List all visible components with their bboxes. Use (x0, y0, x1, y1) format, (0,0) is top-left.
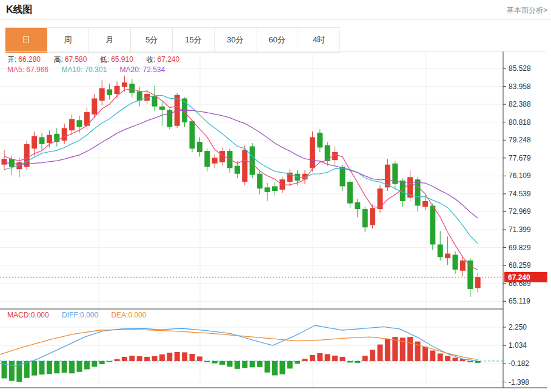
tab-month[interactable]: 月 (89, 28, 131, 53)
tab-week[interactable]: 周 (47, 28, 89, 53)
macd-histogram-bar (122, 357, 127, 361)
macd-histogram-bar (137, 356, 142, 361)
macd-value: MACD:0.000 (7, 311, 49, 319)
macd-histogram-bar (32, 361, 37, 376)
candle-body (453, 254, 458, 269)
macd-histogram-bar (317, 353, 322, 361)
macd-histogram-bar (407, 337, 413, 361)
macd-histogram-bar (24, 361, 30, 378)
price-axis-label: 77.679 (509, 154, 531, 162)
macd-histogram-bar (347, 361, 353, 362)
candle-body (242, 150, 247, 182)
close-label: 收: (146, 55, 155, 64)
macd-axis-label: 2.250 (509, 323, 527, 331)
ma10-legend: MA10: 70.301 (61, 65, 107, 74)
price-axis-label: 74.539 (509, 190, 531, 198)
macd-histogram-bar (144, 357, 150, 361)
candle-body (152, 96, 158, 107)
candle-body (250, 147, 255, 175)
macd-histogram-bar (453, 357, 458, 360)
tab-15min[interactable]: 15分 (173, 28, 215, 53)
candle-body (122, 82, 127, 87)
candle-body (197, 142, 202, 152)
macd-histogram-bar (69, 361, 75, 373)
candle-body (77, 120, 82, 127)
candle-body (107, 89, 112, 95)
macd-histogram-bar (84, 361, 90, 370)
current-price-marker-label: 67.240 (508, 273, 530, 282)
macd-histogram-bar (242, 361, 247, 368)
candle-body (310, 138, 315, 168)
candle-body (317, 133, 322, 147)
macd-histogram-bar (219, 361, 225, 365)
page-title: K线图 (6, 4, 33, 16)
tab-4hour[interactable]: 4时 (298, 28, 340, 53)
candle-body (159, 107, 165, 110)
open-label: 开: (7, 55, 16, 64)
macd-histogram-bar (467, 361, 473, 362)
macd-histogram-bar (54, 361, 59, 373)
macd-histogram-bar (39, 361, 45, 374)
price-axis-label: 79.248 (509, 136, 531, 144)
candle-body (39, 138, 45, 144)
price-axis-label: 76.109 (509, 171, 531, 180)
price-axis-label: 71.399 (509, 225, 531, 234)
macd-histogram-bar (378, 345, 383, 361)
macd-histogram-bar (227, 361, 233, 367)
candle-body (422, 201, 428, 207)
candle-body (115, 86, 120, 94)
macd-histogram-bar (475, 361, 481, 363)
macd-histogram-bar (115, 359, 120, 361)
candle-body (355, 202, 360, 209)
macd-histogram-bar (438, 353, 443, 360)
candle-body (2, 159, 7, 164)
candle-body (257, 174, 262, 188)
candle-body (378, 188, 383, 209)
macd-histogram-bar (250, 361, 255, 367)
candle-body (272, 186, 278, 191)
tab-5min[interactable]: 5分 (131, 28, 173, 53)
tab-60min[interactable]: 60分 (256, 28, 298, 53)
kline-macd-chart-canvas[interactable]: 85.52883.95882.38880.81879.24877.67976.1… (0, 51, 551, 392)
ma20-legend: MA20: 72.534 (119, 65, 165, 74)
macd-histogram-bar (422, 347, 428, 361)
fundamental-analysis-link[interactable]: 基本面分析> (507, 5, 547, 16)
candle-body (99, 88, 105, 101)
price-axis-label: 72.969 (509, 207, 531, 216)
tab-day[interactable]: 日 (5, 28, 47, 53)
candle-body (438, 245, 443, 257)
candle-body (9, 159, 15, 167)
diff-value: DIFF:0.000 (62, 311, 98, 319)
macd-histogram-bar (152, 356, 158, 361)
candle-body (47, 135, 52, 143)
macd-histogram-bar (235, 361, 240, 369)
low-label: 低: (100, 55, 109, 64)
macd-axis-label: -0.182 (509, 359, 529, 368)
candle-body (212, 158, 218, 163)
macd-histogram-bar (62, 361, 67, 373)
high-label: 高: (53, 55, 62, 64)
price-axis-label: 83.958 (509, 82, 531, 91)
macd-histogram-bar (310, 355, 315, 361)
tab-30min[interactable]: 30分 (215, 28, 256, 53)
ohlc-legend: 开:66.280 高:67.580 低:65.910 收:67.240 (7, 55, 181, 65)
macd-histogram-bar (212, 361, 218, 364)
ma5-line (4, 89, 478, 270)
price-axis-label: 85.528 (509, 64, 531, 73)
candle-body (475, 277, 481, 288)
candle-body (190, 121, 195, 148)
candle-body (265, 187, 270, 192)
price-axis-label: 80.818 (509, 118, 531, 127)
ma20-line (4, 110, 478, 218)
macd-histogram-bar (355, 361, 360, 363)
macd-histogram-bar (340, 357, 346, 361)
macd-histogram-bar (257, 361, 262, 367)
ma5-legend: MA5: 67.966 (7, 65, 48, 74)
macd-histogram-bar (99, 361, 105, 364)
macd-histogram-bar (370, 350, 375, 361)
candle-body (340, 167, 346, 186)
macd-histogram-bar (362, 356, 368, 361)
macd-histogram-bar (175, 352, 180, 361)
macd-histogram-bar (385, 339, 390, 361)
candle-body (467, 261, 473, 289)
